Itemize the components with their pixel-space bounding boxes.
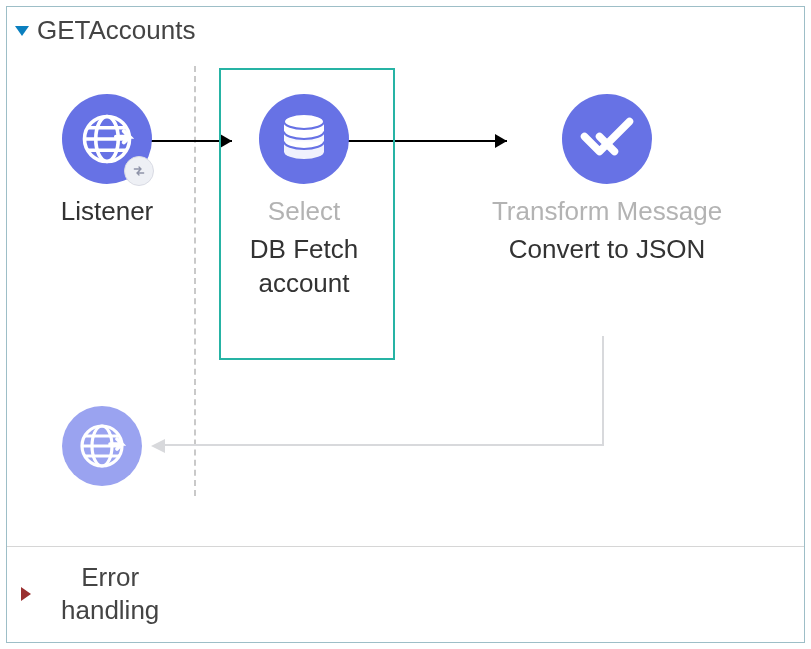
node-type-label: Transform Message — [492, 196, 722, 227]
collapse-triangle-icon[interactable] — [15, 26, 29, 36]
return-path — [162, 444, 604, 446]
node-response[interactable] — [62, 406, 142, 486]
error-handling-section[interactable]: Error handling — [7, 546, 804, 642]
http-response-icon — [62, 406, 142, 486]
node-listener[interactable]: Listener — [47, 94, 167, 227]
expand-triangle-icon[interactable] — [21, 587, 31, 601]
svg-marker-1 — [220, 134, 232, 148]
error-handling-label: Error handling — [61, 561, 159, 626]
node-db-fetch[interactable]: Select DB Fetch account — [239, 94, 369, 301]
flow-panel: GETAccounts — [6, 6, 805, 643]
return-arrowhead-icon — [147, 431, 177, 461]
http-listener-icon — [62, 94, 152, 184]
transform-message-icon — [562, 94, 652, 184]
node-transform[interactable]: Transform Message Convert to JSON — [477, 94, 737, 267]
flow-canvas[interactable]: Listener Select DB Fetch accoun — [7, 46, 804, 546]
database-icon — [259, 94, 349, 184]
node-type-label: Select — [268, 196, 340, 227]
source-divider — [194, 66, 196, 496]
node-name-label: Convert to JSON — [509, 233, 706, 267]
node-type-label: Listener — [61, 196, 154, 227]
exchange-badge-icon — [124, 156, 154, 186]
svg-marker-16 — [151, 439, 165, 453]
return-path — [602, 336, 604, 446]
flow-title: GETAccounts — [37, 15, 195, 46]
flow-header[interactable]: GETAccounts — [7, 7, 804, 46]
node-name-label: DB Fetch account — [239, 233, 369, 301]
